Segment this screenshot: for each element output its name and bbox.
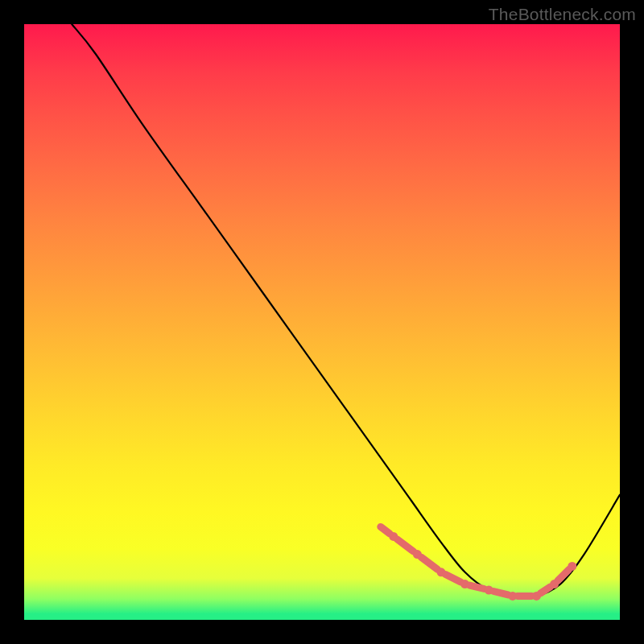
marker-dot (568, 562, 576, 571)
chart-frame: TheBottleneck.com (0, 0, 644, 644)
watermark-text: TheBottleneck.com (489, 5, 636, 24)
highlight-markers (381, 526, 577, 601)
bottleneck-curve (72, 24, 620, 597)
marker-dash (398, 539, 414, 551)
marker-dash-lead (381, 526, 390, 533)
marker-dash (445, 575, 460, 582)
marker-dash (421, 557, 437, 569)
plot-area (24, 24, 620, 620)
marker-dash (558, 570, 569, 581)
marker-dash (469, 585, 484, 588)
curve-svg (24, 24, 620, 620)
marker-dash (493, 592, 508, 595)
